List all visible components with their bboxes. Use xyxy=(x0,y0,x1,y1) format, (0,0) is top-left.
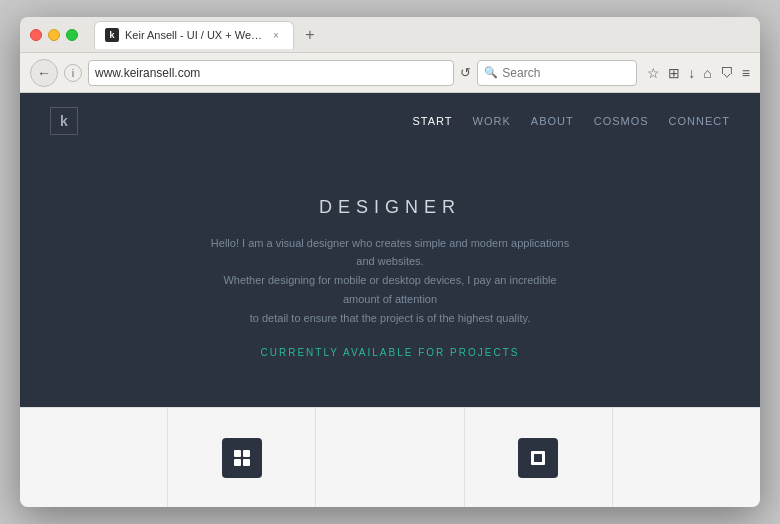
nav-start[interactable]: START xyxy=(413,115,453,127)
search-input[interactable] xyxy=(502,66,652,80)
svg-rect-2 xyxy=(234,459,241,466)
site-header: k START WORK ABOUT COSMOS CONNECT xyxy=(20,93,760,148)
site-logo[interactable]: k xyxy=(50,107,78,135)
back-button[interactable]: ← xyxy=(30,59,58,87)
portfolio-item-2[interactable] xyxy=(168,408,316,507)
portfolio-icon-4 xyxy=(518,438,558,478)
reload-button[interactable]: ↺ xyxy=(460,65,471,80)
hero-title: DESIGNER xyxy=(319,197,461,218)
search-icon: 🔍 xyxy=(484,66,498,79)
reading-list-icon[interactable]: ⊞ xyxy=(668,65,680,81)
shield-icon[interactable]: ⛉ xyxy=(720,65,734,81)
svg-rect-1 xyxy=(243,450,250,457)
new-tab-button[interactable]: + xyxy=(298,23,322,47)
portfolio-item-3[interactable] xyxy=(316,408,464,507)
site-nav: START WORK ABOUT COSMOS CONNECT xyxy=(413,115,730,127)
tab-close-button[interactable]: × xyxy=(269,28,283,42)
traffic-lights xyxy=(30,29,78,41)
tab-bar: k Keir Ansell - UI / UX + Web... × + xyxy=(94,21,750,49)
tab-favicon: k xyxy=(105,28,119,42)
nav-work[interactable]: WORK xyxy=(473,115,511,127)
portfolio-grid xyxy=(20,408,760,507)
content-area: k START WORK ABOUT COSMOS CONNECT DESIGN… xyxy=(20,93,760,507)
address-bar[interactable]: www.keiransell.com xyxy=(88,60,454,86)
info-button[interactable]: i xyxy=(64,64,82,82)
portfolio-icon-2 xyxy=(222,438,262,478)
toolbar-icons: ☆ ⊞ ↓ ⌂ ⛉ ≡ xyxy=(647,65,750,81)
svg-rect-0 xyxy=(234,450,241,457)
minimize-button[interactable] xyxy=(48,29,60,41)
search-bar[interactable]: 🔍 xyxy=(477,60,637,86)
portfolio-section xyxy=(20,407,760,507)
tab-title: Keir Ansell - UI / UX + Web... xyxy=(125,29,263,41)
maximize-button[interactable] xyxy=(66,29,78,41)
portfolio-item-1[interactable] xyxy=(20,408,168,507)
bookmark-icon[interactable]: ☆ xyxy=(647,65,660,81)
svg-rect-5 xyxy=(534,454,542,462)
download-icon[interactable]: ↓ xyxy=(688,65,695,81)
toolbar: ← i www.keiransell.com ↺ 🔍 ☆ ⊞ ↓ ⌂ ⛉ ≡ xyxy=(20,53,760,93)
portfolio-item-4[interactable] xyxy=(465,408,613,507)
hero-description: Hello! I am a visual designer who create… xyxy=(210,234,570,327)
close-button[interactable] xyxy=(30,29,42,41)
svg-rect-3 xyxy=(243,459,250,466)
menu-icon[interactable]: ≡ xyxy=(742,65,750,81)
nav-about[interactable]: ABOUT xyxy=(531,115,574,127)
nav-cosmos[interactable]: COSMOS xyxy=(594,115,649,127)
portfolio-item-5[interactable] xyxy=(613,408,760,507)
nav-connect[interactable]: CONNECT xyxy=(669,115,730,127)
title-bar: k Keir Ansell - UI / UX + Web... × + xyxy=(20,17,760,53)
browser-window: k Keir Ansell - UI / UX + Web... × + ← i… xyxy=(20,17,760,507)
active-tab[interactable]: k Keir Ansell - UI / UX + Web... × xyxy=(94,21,294,49)
home-icon[interactable]: ⌂ xyxy=(703,65,711,81)
hero-section: DESIGNER Hello! I am a visual designer w… xyxy=(20,148,760,407)
url-text: www.keiransell.com xyxy=(95,66,447,80)
hero-cta[interactable]: CURRENTLY AVAILABLE FOR PROJECTS xyxy=(261,347,520,358)
